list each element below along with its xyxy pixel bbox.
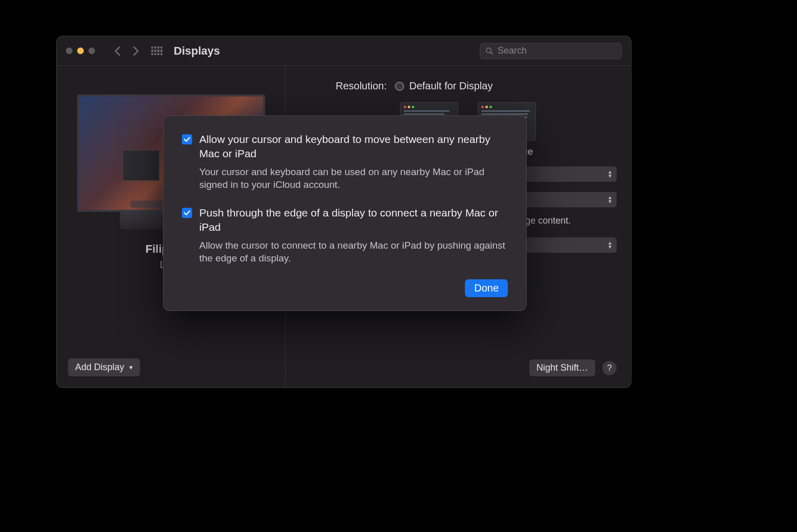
checkbox-push-through[interactable] — [182, 208, 192, 218]
forward-button[interactable] — [129, 44, 143, 58]
resolution-default-label: Default for Display — [409, 80, 493, 92]
show-all-icon[interactable] — [151, 46, 162, 56]
window-title: Displays — [174, 44, 220, 58]
checkmark-icon — [183, 136, 191, 143]
titlebar: Displays — [57, 36, 631, 66]
option-description: Your cursor and keyboard can be used on … — [199, 165, 508, 191]
resolution-default-radio[interactable] — [395, 82, 404, 91]
updown-icon: ▲▼ — [607, 241, 613, 249]
add-display-button[interactable]: Add Display ▾ — [68, 358, 140, 376]
updown-icon: ▲▼ — [607, 170, 613, 178]
search-field[interactable] — [480, 43, 622, 59]
close-window-button[interactable] — [66, 47, 73, 54]
sheet-text: Push through the edge of a display to co… — [199, 206, 508, 265]
sheet-option-push-through: Push through the edge of a display to co… — [182, 206, 508, 265]
maximize-window-button[interactable] — [88, 47, 95, 54]
sheet-option-allow-cursor: Allow your cursor and keyboard to move b… — [182, 132, 508, 191]
bottom-button-row: Night Shift… ? — [300, 359, 617, 376]
sheet-footer: Done — [182, 279, 508, 297]
search-icon — [485, 46, 494, 56]
updown-icon: ▲▼ — [607, 196, 613, 204]
traffic-lights — [66, 47, 95, 54]
help-button[interactable]: ? — [602, 361, 617, 375]
option-title: Allow your cursor and keyboard to move b… — [199, 132, 508, 161]
svg-line-1 — [490, 52, 493, 54]
option-description: Allow the cursor to connect to a nearby … — [199, 239, 508, 265]
minimize-window-button[interactable] — [77, 47, 84, 54]
back-button[interactable] — [110, 44, 125, 58]
resolution-row: Resolution: Default for Display — [300, 80, 617, 92]
universal-control-sheet: Allow your cursor and keyboard to move b… — [163, 115, 527, 311]
add-display-label: Add Display — [75, 362, 124, 373]
checkmark-icon — [183, 209, 191, 216]
search-input[interactable] — [498, 45, 616, 56]
option-title: Push through the edge of a display to co… — [199, 206, 508, 235]
done-button[interactable]: Done — [465, 279, 508, 297]
resolution-label: Resolution: — [300, 80, 395, 92]
checkbox-allow-cursor[interactable] — [182, 134, 192, 144]
sheet-text: Allow your cursor and keyboard to move b… — [199, 132, 508, 191]
night-shift-button[interactable]: Night Shift… — [529, 359, 595, 376]
chevron-down-icon: ▾ — [129, 364, 133, 371]
